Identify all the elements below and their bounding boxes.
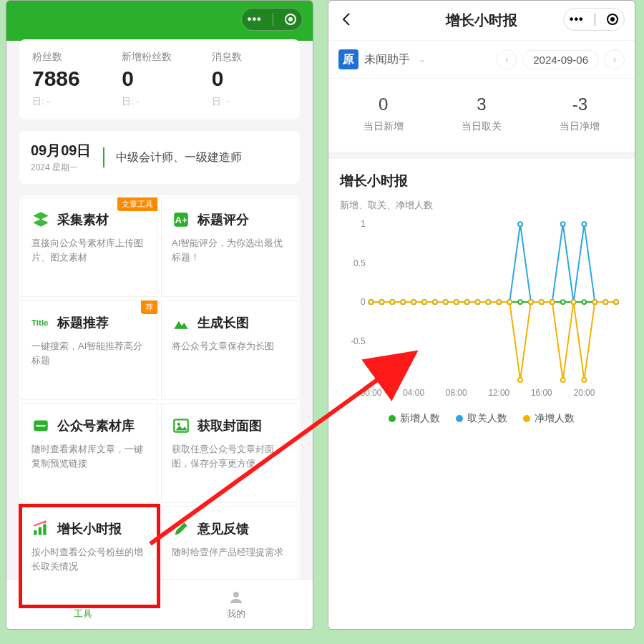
svg-text:0: 0 <box>361 297 366 307</box>
tool-material-lib[interactable]: 公众号素材库 随时查看素材库文章，一键复制预览链接 <box>21 403 158 503</box>
svg-point-93 <box>603 300 608 304</box>
svg-point-90 <box>572 300 576 304</box>
svg-rect-4 <box>36 425 46 426</box>
svg-point-87 <box>540 300 544 304</box>
daily-stats: 0 当日新增 3 当日取关 -3 当日净增 <box>328 79 635 159</box>
svg-point-12 <box>233 592 239 597</box>
tool-long-image[interactable]: 生成长图 将公众号文章保存为长图 <box>161 300 298 400</box>
nav-mine[interactable]: 我的 <box>160 580 313 629</box>
account-picker[interactable]: 原 未闻助手 ⌄ <box>338 49 426 69</box>
svg-point-72 <box>379 300 384 304</box>
tool-title-score[interactable]: A+ 标题评分 AI智能评分，为你选出最优标题！ <box>161 197 298 297</box>
svg-point-6 <box>177 423 180 426</box>
svg-point-84 <box>507 300 512 304</box>
svg-point-79 <box>454 300 459 304</box>
chart-section: 增长小时报 新增、取关、净增人数 -0.500.5100:0004:0008:0… <box>328 159 635 432</box>
folder-icon <box>31 416 50 435</box>
hourly-chart: -0.500.5100:0004:0008:0012:0016:0020:00 <box>340 216 623 402</box>
hourly-report-screen: 增长小时报 ••• 原 未闻助手 ⌄ ‹ 2024-09-06 › 0 当日新增… <box>328 0 635 630</box>
svg-point-91 <box>582 378 586 382</box>
tool-grid: 文章工具 采集素材 直接向公众号素材库上传图片、图文素材 A+ 标题评分 AI智… <box>19 195 300 608</box>
svg-point-80 <box>465 300 469 304</box>
svg-text:04:00: 04:00 <box>403 388 424 398</box>
svg-text:16:00: 16:00 <box>531 388 552 398</box>
svg-point-73 <box>390 300 394 304</box>
svg-point-67 <box>582 222 586 226</box>
stat-messages: 消息数 0 日: - <box>205 51 294 108</box>
chart-title: 增长小时报 <box>340 172 623 190</box>
tools-screen: ••• 粉丝数 7886 日: - 新增粉丝数 0 日: - 消息数 0 日: … <box>6 0 313 630</box>
account-row: 原 未闻助手 ⌄ ‹ 2024-09-06 › <box>328 41 635 79</box>
date-card[interactable]: 09月09日 2024 星期一 中级会计师、一级建造师 <box>19 131 300 184</box>
user-icon <box>228 589 245 606</box>
date-chip[interactable]: 2024-09-06 <box>522 50 599 69</box>
mini-program-capsule[interactable]: ••• <box>563 8 625 31</box>
grade-icon: A+ <box>172 210 190 229</box>
svg-point-77 <box>433 300 437 304</box>
title-icon: Title <box>31 313 50 332</box>
stat-unfollow: 3 当日取关 <box>432 94 530 133</box>
tool-title-recommend[interactable]: 荐 Title 标题推荐 一键搜索，AI智能推荐高分标题 <box>21 300 158 400</box>
avatar: 原 <box>338 49 358 69</box>
svg-point-37 <box>518 300 522 304</box>
tool-collect[interactable]: 文章工具 采集素材 直接向公众号素材库上传图片、图文素材 <box>21 197 158 297</box>
badge-article-tools: 文章工具 <box>117 197 157 211</box>
next-day-button[interactable]: › <box>605 49 625 69</box>
svg-text:0.5: 0.5 <box>353 258 366 268</box>
chart-subtitle: 新增、取关、净增人数 <box>340 199 623 212</box>
mountain-icon <box>172 313 190 332</box>
svg-text:20:00: 20:00 <box>574 388 595 398</box>
close-icon[interactable] <box>285 14 296 25</box>
svg-rect-8 <box>39 527 42 535</box>
svg-text:1: 1 <box>361 219 366 229</box>
date-tags: 中级会计师、一级建造师 <box>116 150 242 165</box>
svg-point-78 <box>444 300 448 304</box>
menu-icon[interactable]: ••• <box>570 14 584 25</box>
tool-cover-image[interactable]: 获取封面图 获取任意公众号文章封面图，保存分享更方便 <box>161 403 298 503</box>
stat-new-followers: 新增粉丝数 0 日: - <box>114 51 204 108</box>
svg-point-76 <box>422 300 426 304</box>
chart-legend: 新增人数 取关人数 净增人数 <box>340 412 623 425</box>
svg-point-88 <box>550 300 555 304</box>
bars-growth-icon <box>31 519 50 538</box>
svg-point-89 <box>561 378 565 382</box>
layers-icon <box>31 210 50 229</box>
svg-point-61 <box>518 222 522 226</box>
back-icon[interactable] <box>338 11 356 28</box>
image-icon <box>172 416 190 435</box>
chevron-down-icon: ⌄ <box>419 54 426 64</box>
svg-text:Title: Title <box>31 318 49 327</box>
svg-point-43 <box>582 300 586 304</box>
svg-text:A+: A+ <box>175 215 187 225</box>
tool-hourly-report[interactable]: 增长小时报 按小时查看公众号粉丝的增长取关情况 <box>21 506 158 606</box>
stats-card: 粉丝数 7886 日: - 新增粉丝数 0 日: - 消息数 0 日: - <box>19 39 300 119</box>
page-title: 增长小时报 <box>446 11 517 30</box>
prev-day-button[interactable]: ‹ <box>497 49 517 69</box>
svg-point-85 <box>518 378 522 382</box>
stat-followers: 粉丝数 7886 日: - <box>25 51 114 108</box>
stat-net: -3 当日净增 <box>531 94 629 133</box>
svg-point-82 <box>486 300 490 304</box>
svg-point-83 <box>497 300 501 304</box>
mini-program-capsule[interactable]: ••• <box>241 8 303 31</box>
svg-point-81 <box>476 300 480 304</box>
date-sub: 2024 星期一 <box>31 162 92 174</box>
svg-text:-0.5: -0.5 <box>351 336 366 346</box>
date-main: 09月09日 <box>31 141 92 160</box>
svg-point-94 <box>614 300 618 304</box>
legend-net: 净增人数 <box>523 412 575 425</box>
menu-icon[interactable]: ••• <box>248 14 262 25</box>
stat-new: 0 当日新增 <box>334 94 432 133</box>
svg-rect-7 <box>34 530 36 535</box>
svg-point-71 <box>369 300 374 304</box>
badge-recommend: 荐 <box>141 301 157 314</box>
legend-new: 新增人数 <box>389 412 440 425</box>
svg-text:00:00: 00:00 <box>361 388 382 398</box>
svg-point-74 <box>401 300 405 304</box>
svg-rect-9 <box>43 525 46 535</box>
legend-unfollow: 取关人数 <box>456 412 507 425</box>
close-icon[interactable] <box>607 14 618 25</box>
svg-text:12:00: 12:00 <box>488 388 509 398</box>
svg-point-92 <box>592 300 597 304</box>
svg-point-75 <box>411 300 416 304</box>
